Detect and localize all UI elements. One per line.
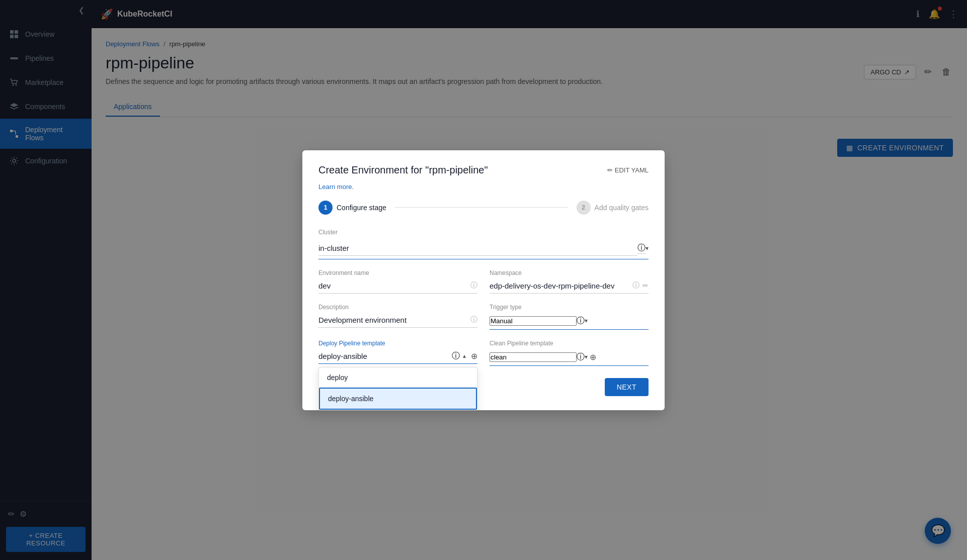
desc-trigger-row: Description ⓘ Trigger type ⓘ ▾ <box>318 304 649 330</box>
step-2-label: Add quality gates <box>595 204 649 212</box>
info-icon: ⓘ <box>470 281 477 290</box>
step-2: 2 Add quality gates <box>577 201 649 215</box>
cluster-select-wrapper: ⓘ ▾ <box>318 238 649 259</box>
chevron-up-icon: ▴ <box>463 352 466 359</box>
info-icon: ⓘ <box>637 243 646 254</box>
customize-icon[interactable]: ⊕ <box>471 351 477 361</box>
trigger-type-input[interactable] <box>490 316 577 326</box>
info-icon: ⓘ <box>577 316 585 326</box>
step-2-circle: 2 <box>577 201 591 215</box>
stepper: 1 Configure stage 2 Add quality gates <box>318 201 649 215</box>
next-button[interactable]: NEXT <box>605 378 649 396</box>
deploy-pipeline-group: Deploy Pipeline template ⓘ ▴ ⊕ deploy de… <box>318 340 477 366</box>
description-input-row: ⓘ <box>318 313 477 328</box>
learn-more-link[interactable]: Learn more. <box>318 183 354 191</box>
deploy-pipeline-input-row: ⓘ ▴ ⊕ <box>318 349 477 364</box>
description-group: Description ⓘ <box>318 304 477 330</box>
env-name-input[interactable] <box>318 278 467 293</box>
edit-yaml-label: EDIT YAML <box>615 166 649 174</box>
edit-namespace-icon[interactable]: ✏ <box>642 282 649 290</box>
description-input[interactable] <box>318 313 467 327</box>
customize-icon[interactable]: ⊕ <box>590 352 596 362</box>
env-namespace-row: Environment name ⓘ Namespace ⓘ ✏ <box>318 269 649 294</box>
deploy-pipeline-label: Deploy Pipeline template <box>318 340 477 347</box>
dropdown-option-deploy-ansible[interactable]: deploy-ansible <box>319 388 477 410</box>
chevron-down-icon: ▾ <box>585 317 588 324</box>
cluster-input[interactable] <box>318 241 637 256</box>
option-label: deploy <box>327 374 348 382</box>
step-connector <box>394 207 569 208</box>
pencil-icon: ✏ <box>607 166 613 174</box>
dropdown-option-deploy[interactable]: deploy <box>319 367 477 388</box>
cluster-row: Cluster ⓘ ▾ <box>318 229 649 259</box>
dropdown-option-deploy-ansible-awx[interactable]: deploy-ansible-awx <box>319 410 477 410</box>
step-1: 1 Configure stage <box>318 201 386 215</box>
env-name-input-row: ⓘ <box>318 278 477 294</box>
edit-yaml-button[interactable]: ✏ EDIT YAML <box>607 166 649 174</box>
option-label: deploy-ansible <box>328 395 373 403</box>
clean-pipeline-input[interactable] <box>490 352 577 362</box>
env-name-label: Environment name <box>318 269 477 276</box>
trigger-type-select-wrapper: ⓘ ▾ <box>490 313 649 330</box>
trigger-type-group: Trigger type ⓘ ▾ <box>490 304 649 330</box>
deploy-pipeline-input[interactable] <box>318 349 449 363</box>
info-icon: ⓘ <box>470 315 477 324</box>
create-environment-dialog: Create Environment for "rpm-pipeline" ✏ … <box>302 150 665 410</box>
clean-pipeline-select-wrapper: ⓘ ▾ ⊕ <box>490 349 649 366</box>
namespace-input-row: ⓘ ✏ <box>490 278 649 294</box>
step-1-circle: 1 <box>318 201 333 215</box>
deploy-pipeline-dropdown: deploy deploy-ansible deploy-ansible-awx… <box>318 367 477 410</box>
dialog-header: Create Environment for "rpm-pipeline" ✏ … <box>318 164 649 176</box>
step-1-label: Configure stage <box>337 204 386 212</box>
clean-pipeline-group: Clean Pipeline template ⓘ ▾ ⊕ <box>490 340 649 366</box>
clean-pipeline-label: Clean Pipeline template <box>490 340 649 347</box>
cluster-group: Cluster ⓘ ▾ <box>318 229 649 259</box>
namespace-input[interactable] <box>490 278 629 293</box>
description-label: Description <box>318 304 477 311</box>
dialog-overlay: Create Environment for "rpm-pipeline" ✏ … <box>0 0 967 560</box>
info-icon: ⓘ <box>577 352 585 362</box>
info-icon: ⓘ <box>632 281 639 290</box>
chevron-down-icon: ▾ <box>646 245 649 252</box>
namespace-label: Namespace <box>490 269 649 276</box>
env-name-group: Environment name ⓘ <box>318 269 477 294</box>
pipeline-row: Deploy Pipeline template ⓘ ▴ ⊕ deploy de… <box>318 340 649 366</box>
namespace-group: Namespace ⓘ ✏ <box>490 269 649 294</box>
trigger-type-label: Trigger type <box>490 304 649 311</box>
info-icon: ⓘ <box>452 351 460 361</box>
chevron-down-icon: ▾ <box>585 353 588 360</box>
cluster-label: Cluster <box>318 229 649 236</box>
dialog-title: Create Environment for "rpm-pipeline" <box>318 164 488 176</box>
